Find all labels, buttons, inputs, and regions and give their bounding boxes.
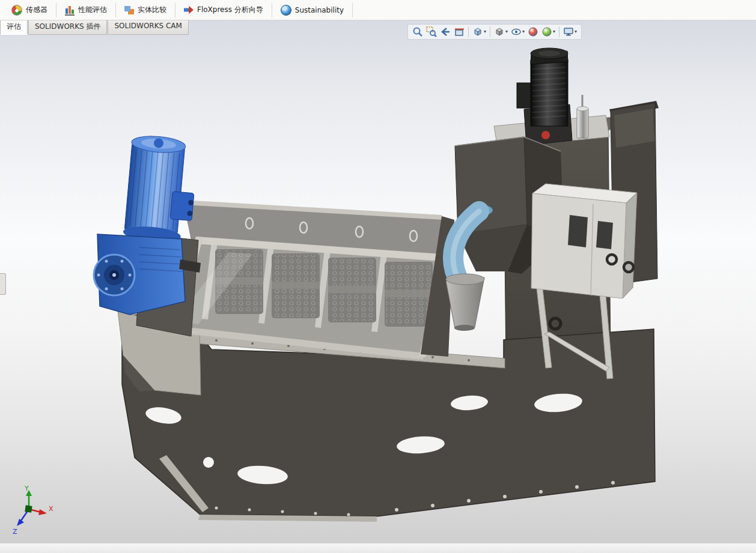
- dropdown-caret-icon: ▾: [505, 29, 508, 34]
- zoom-to-fit-icon: [412, 26, 423, 37]
- status-bar: [0, 543, 756, 553]
- dropdown-caret-icon: ▾: [575, 29, 577, 34]
- ribbon-separator: [175, 3, 175, 17]
- model-discharge-cone[interactable]: [446, 274, 484, 331]
- ribbon-separator: [352, 3, 353, 17]
- feature-panel-flyout-tab[interactable]: [0, 273, 6, 295]
- hud-separator: [559, 26, 559, 37]
- hud-separator: [468, 26, 469, 37]
- ribbon-button-label: Sustainability: [295, 6, 344, 14]
- view-orientation-icon: [472, 26, 483, 37]
- zoom-to-fit-button[interactable]: [411, 26, 424, 38]
- tab-evaluate[interactable]: 评估: [0, 20, 28, 35]
- model-drive-motor[interactable]: [123, 134, 199, 244]
- triad-z-label: Z: [13, 528, 17, 536]
- ribbon-separator: [56, 3, 56, 17]
- display-style-button[interactable]: ▾: [493, 26, 509, 38]
- model-dosing-cylinder[interactable]: [577, 95, 588, 138]
- tab-solidworks-cam[interactable]: SOLIDWORKS CAM: [108, 20, 188, 35]
- edit-appearance-button[interactable]: [526, 26, 540, 38]
- ribbon-separator: [272, 3, 272, 17]
- sensor-gauge-icon: [11, 5, 22, 16]
- ribbon-button-label: 传感器: [26, 5, 47, 15]
- section-view-button[interactable]: [453, 26, 466, 38]
- ribbon-button-label: FloXpress 分析向导: [197, 5, 263, 15]
- ribbon-button-sustainability[interactable]: Sustainability: [275, 2, 349, 18]
- edit-appearance-icon: [528, 26, 538, 37]
- triad-x-label: X: [49, 505, 53, 513]
- ribbon-button-compare-bodies[interactable]: 实体比较: [119, 2, 172, 17]
- commandmanager-tabs: 评估 SOLIDWORKS 插件 SOLIDWORKS CAM: [0, 20, 189, 35]
- heads-up-toolbar: ▾ ▾ ▾: [407, 24, 582, 40]
- section-view-icon: [454, 26, 465, 37]
- previous-view-button[interactable]: [439, 26, 452, 38]
- ribbon-button-label: 性能评估: [78, 5, 107, 15]
- solidworks-window: Y X Z 传感器 性能评估 实体比较 FloXpress 分析向导: [0, 0, 756, 553]
- triad-y-label: Y: [24, 485, 29, 492]
- dropdown-caret-icon: ▾: [522, 29, 525, 34]
- previous-view-icon: [440, 26, 451, 37]
- view-settings-icon: [563, 26, 574, 37]
- ribbon-button-label: 实体比较: [138, 5, 166, 15]
- display-style-icon: [494, 26, 505, 37]
- ribbon-button-sensors[interactable]: 传感器: [6, 2, 53, 18]
- ribbon-separator: [115, 3, 116, 17]
- coordinate-triad: Y X Z: [13, 485, 53, 536]
- apply-scene-button[interactable]: ▾: [540, 26, 556, 38]
- graphics-area[interactable]: Y X Z: [0, 20, 756, 543]
- hide-show-items-icon: [511, 26, 522, 37]
- apply-scene-icon: [541, 26, 552, 37]
- compare-bodies-icon: [124, 5, 134, 15]
- hide-show-items-button[interactable]: ▾: [510, 26, 526, 38]
- command-ribbon: 传感器 性能评估 实体比较 FloXpress 分析向导 Sustainabil…: [0, 0, 756, 20]
- hud-separator: [490, 26, 490, 37]
- zoom-to-area-icon: [426, 26, 437, 37]
- zoom-to-area-button[interactable]: [425, 26, 438, 38]
- dropdown-caret-icon: ▾: [553, 29, 555, 34]
- view-orientation-button[interactable]: ▾: [471, 26, 487, 38]
- sustainability-globe-icon: [281, 5, 291, 16]
- performance-evaluation-icon: [65, 5, 75, 16]
- view-settings-button[interactable]: ▾: [562, 26, 578, 38]
- model-canvas[interactable]: Y X Z: [0, 20, 756, 543]
- ribbon-button-floxpress[interactable]: FloXpress 分析向导: [178, 2, 269, 17]
- tab-solidworks-addins[interactable]: SOLIDWORKS 插件: [28, 20, 107, 35]
- floxpress-wizard-icon: [184, 5, 194, 15]
- dropdown-caret-icon: ▾: [484, 29, 486, 34]
- ribbon-button-performance-evaluation[interactable]: 性能评估: [59, 2, 112, 18]
